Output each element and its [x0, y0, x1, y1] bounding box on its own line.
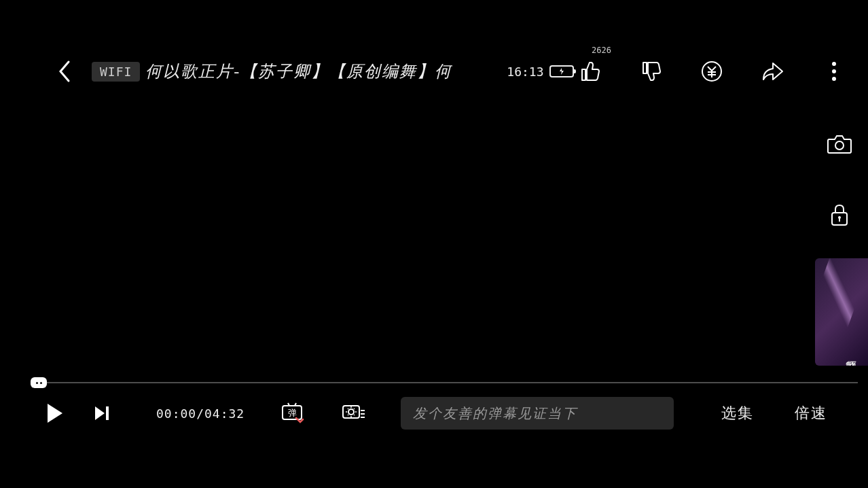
- svg-rect-14: [361, 413, 365, 415]
- episode-preview[interactable]: ‹ 繁师: [815, 258, 868, 366]
- danmu-on-icon: 弹: [280, 402, 304, 425]
- svg-rect-7: [839, 218, 840, 222]
- danmu-settings-icon: [340, 402, 366, 425]
- svg-point-1: [832, 62, 836, 66]
- lock-icon: [829, 203, 850, 226]
- next-icon: [93, 404, 111, 422]
- play-button[interactable]: [41, 400, 68, 427]
- svg-point-4: [835, 141, 844, 150]
- share-button[interactable]: [759, 58, 786, 85]
- clock: 16:13: [507, 65, 543, 79]
- next-button[interactable]: [88, 400, 115, 427]
- more-vertical-icon: [831, 60, 837, 82]
- like-button[interactable]: 2626: [576, 58, 603, 85]
- status-area: 16:13: [507, 65, 573, 79]
- like-count: 2626: [592, 46, 611, 55]
- wifi-badge: WIFI: [92, 62, 140, 82]
- svg-rect-15: [361, 417, 365, 418]
- chevron-left-icon: [56, 59, 73, 84]
- dislike-button[interactable]: [637, 58, 664, 85]
- bottom-bar: 00:00/04:32 弹 选集 倍速: [0, 393, 868, 434]
- speed-button[interactable]: 倍速: [795, 403, 827, 423]
- camera-icon: [827, 134, 852, 154]
- svg-text:弹: 弹: [288, 408, 297, 418]
- progress-bar[interactable]: [31, 379, 858, 386]
- thumbs-down-icon: [639, 60, 662, 83]
- share-icon: [761, 60, 785, 82]
- screenshot-button[interactable]: [825, 129, 854, 159]
- svg-rect-13: [361, 410, 365, 411]
- back-button[interactable]: [51, 58, 78, 85]
- episodes-button[interactable]: 选集: [721, 403, 754, 423]
- svg-rect-8: [106, 406, 109, 420]
- time-display: 00:00/04:32: [156, 406, 245, 421]
- danmu-settings-button[interactable]: [340, 400, 367, 427]
- lock-button[interactable]: [825, 200, 854, 230]
- more-button[interactable]: [820, 58, 848, 85]
- svg-point-12: [348, 409, 354, 415]
- danmu-input[interactable]: [401, 397, 674, 430]
- coin-icon: [700, 60, 723, 83]
- right-controls: [825, 129, 854, 230]
- progress-handle[interactable]: [31, 377, 47, 388]
- svg-point-2: [832, 69, 836, 73]
- svg-point-3: [832, 77, 836, 81]
- coin-button[interactable]: [698, 58, 725, 85]
- danmu-toggle-button[interactable]: 弹: [278, 400, 306, 427]
- top-actions: 2626: [576, 58, 848, 85]
- video-title: 何以歌正片-【苏子卿】【原创编舞】何: [145, 60, 452, 82]
- thumbs-up-icon: [578, 60, 601, 83]
- top-bar: WIFI 何以歌正片-【苏子卿】【原创编舞】何 16:13 2626: [0, 54, 868, 88]
- play-icon: [45, 402, 64, 424]
- battery-icon: [549, 65, 574, 77]
- progress-track: [31, 382, 858, 383]
